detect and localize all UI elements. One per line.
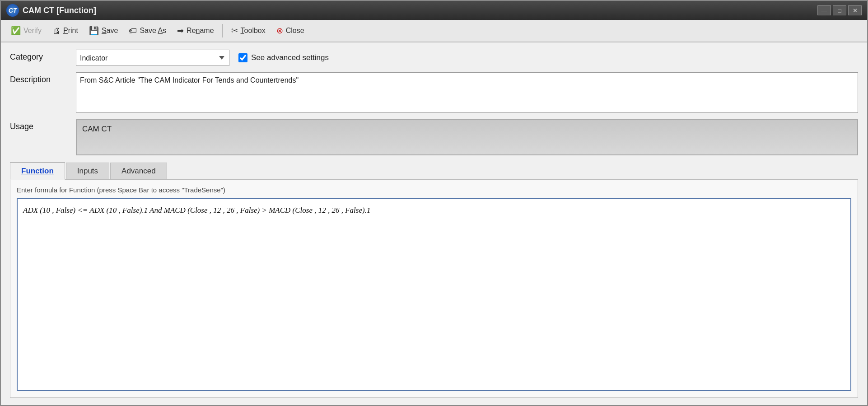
toolbox-button[interactable]: ✂ Toolbox: [227, 24, 270, 37]
usage-label: Usage: [10, 119, 69, 131]
tab-function-label: Function: [21, 167, 54, 175]
close-label: Close: [286, 27, 304, 35]
tab-advanced[interactable]: Advanced: [110, 163, 167, 180]
verify-button[interactable]: ✅ Verify: [6, 24, 46, 37]
print-icon: 🖨: [52, 26, 61, 36]
rename-button[interactable]: ➡ Rename: [173, 24, 218, 37]
save-as-label: Save As: [140, 27, 166, 35]
formula-editor[interactable]: [17, 198, 851, 391]
description-row: Description: [10, 72, 858, 113]
usage-value: CAM CT: [82, 125, 112, 134]
save-as-button[interactable]: 🏷 Save As: [124, 24, 171, 37]
toolbox-icon: ✂: [231, 26, 238, 36]
save-icon: 💾: [89, 26, 99, 36]
advanced-settings-checkbox[interactable]: [238, 53, 247, 62]
close-button[interactable]: ⊗ Close: [272, 24, 309, 37]
tab-inputs-label: Inputs: [77, 167, 98, 175]
description-textarea[interactable]: [76, 72, 858, 113]
print-label: Print: [63, 27, 78, 35]
verify-label: Verify: [23, 27, 42, 35]
minimize-button[interactable]: —: [817, 5, 831, 15]
content-area: Category Indicator Strategy Function See…: [1, 42, 867, 405]
toolbox-label: Toolbox: [241, 27, 266, 35]
verify-icon: ✅: [11, 26, 21, 36]
category-label: Category: [10, 50, 69, 62]
app-icon-text: CT: [9, 7, 17, 14]
app-icon: CT: [6, 4, 19, 17]
title-bar-left: CT CAM CT [Function]: [6, 4, 96, 17]
window-title: CAM CT [Function]: [23, 6, 96, 15]
usage-row: Usage CAM CT: [10, 119, 858, 155]
save-button[interactable]: 💾 Save: [84, 24, 122, 37]
title-bar: CT CAM CT [Function] — □ ✕: [1, 1, 867, 20]
tabs-container: Function Inputs Advanced Enter formula f…: [10, 162, 858, 398]
toolbar: ✅ Verify 🖨 Print 💾 Save 🏷 Save As ➡ Rena…: [1, 20, 867, 42]
category-select[interactable]: Indicator Strategy Function: [76, 50, 229, 66]
tab-function[interactable]: Function: [10, 162, 65, 180]
maximize-button[interactable]: □: [833, 5, 846, 15]
category-controls: Indicator Strategy Function See advanced…: [76, 50, 858, 66]
main-window: CT CAM CT [Function] — □ ✕ ✅ Verify 🖨 Pr…: [0, 0, 868, 406]
window-close-button[interactable]: ✕: [848, 5, 862, 15]
save-label: Save: [102, 27, 118, 35]
advanced-settings-label[interactable]: See advanced settings: [251, 53, 329, 62]
title-bar-controls: — □ ✕: [817, 5, 862, 15]
usage-field: CAM CT: [76, 119, 858, 155]
advanced-settings-container: See advanced settings: [238, 53, 329, 62]
tab-panel-function: Enter formula for Function (press Space …: [10, 179, 858, 398]
rename-label: Rename: [187, 27, 214, 35]
description-label: Description: [10, 72, 69, 84]
print-button[interactable]: 🖨 Print: [48, 24, 83, 37]
tab-advanced-label: Advanced: [121, 167, 156, 175]
tab-inputs[interactable]: Inputs: [66, 163, 109, 180]
tabs-row: Function Inputs Advanced: [10, 162, 858, 179]
category-row: Category Indicator Strategy Function See…: [10, 50, 858, 66]
save-as-icon: 🏷: [129, 26, 137, 36]
rename-icon: ➡: [177, 26, 184, 36]
formula-hint: Enter formula for Function (press Space …: [17, 186, 851, 194]
toolbar-separator: [222, 24, 223, 37]
close-icon: ⊗: [276, 26, 283, 36]
